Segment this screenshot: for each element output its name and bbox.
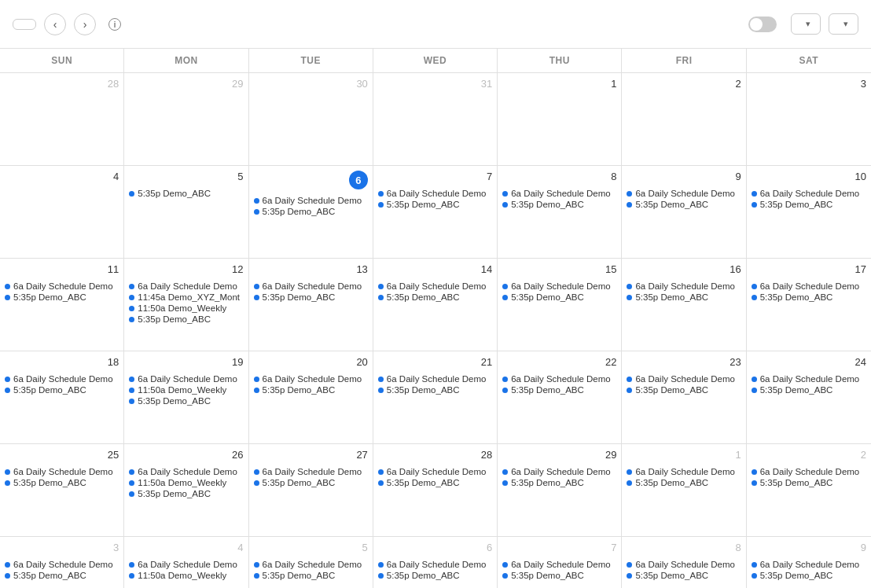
event-dot [378, 388, 384, 393]
event-dot [627, 388, 632, 393]
calendar-event[interactable]: 5:35p Demo_ABC [254, 385, 368, 395]
calendar-event[interactable]: 5:35p Demo_ABC [627, 385, 741, 395]
calendar-event[interactable]: 5:35p Demo_ABC [752, 385, 866, 395]
calendar-event[interactable]: 11:50a Demo_Weekly [129, 571, 243, 580]
event-dot [254, 295, 259, 300]
calendar-event[interactable]: 5:35p Demo_ABC [502, 478, 616, 487]
calendar-event[interactable]: 6a Daily Schedule Demo [502, 374, 616, 384]
calendar-event[interactable]: 6a Daily Schedule Demo [254, 196, 368, 205]
calendar-event[interactable]: 6a Daily Schedule Demo [378, 560, 492, 569]
calendar-event[interactable]: 6a Daily Schedule Demo [5, 281, 119, 291]
calendar-event[interactable]: 6a Daily Schedule Demo [502, 560, 616, 569]
calendar-event[interactable]: 5:35p Demo_ABC [5, 571, 119, 580]
calendar-cell: 106a Daily Schedule Demo5:35p Demo_ABC [747, 166, 871, 259]
calendar-event[interactable]: 5:35p Demo_ABC [752, 200, 866, 209]
calendar-event[interactable]: 6a Daily Schedule Demo [752, 281, 866, 291]
calendar-cell: 86a Daily Schedule Demo5:35p Demo_ABC [498, 166, 622, 259]
calendar-event[interactable]: 6a Daily Schedule Demo [378, 281, 492, 291]
event-dot [129, 306, 134, 311]
calendar-event[interactable]: 6a Daily Schedule Demo [378, 374, 492, 384]
calendar-cell: 296a Daily Schedule Demo5:35p Demo_ABC [498, 444, 622, 537]
calendar-event[interactable]: 5:35p Demo_ABC [627, 200, 741, 209]
calendar-event[interactable]: 6a Daily Schedule Demo [378, 189, 492, 198]
calendar-event[interactable]: 6a Daily Schedule Demo [502, 467, 616, 476]
cell-date: 30 [356, 78, 367, 90]
calendar-event[interactable]: 5:35p Demo_ABC [254, 207, 368, 216]
calendar-event[interactable]: 6a Daily Schedule Demo [627, 281, 741, 291]
calendar-event[interactable]: 5:35p Demo_ABC [627, 571, 741, 580]
calendar-event[interactable]: 6a Daily Schedule Demo [752, 467, 866, 476]
calendar-event[interactable]: 5:35p Demo_ABC [378, 385, 492, 395]
event-dot [752, 191, 757, 197]
calendar-event[interactable]: 6a Daily Schedule Demo [5, 374, 119, 384]
today-button[interactable] [13, 19, 36, 30]
calendar-event[interactable]: 5:35p Demo_ABC [502, 200, 616, 209]
calendar-event[interactable]: 5:35p Demo_ABC [627, 292, 741, 302]
calendar-event[interactable]: 6a Daily Schedule Demo [254, 560, 368, 569]
calendar-event[interactable]: 5:35p Demo_ABC [129, 489, 243, 498]
team-schedule-dropdown[interactable]: ▾ [791, 13, 821, 35]
calendar-event[interactable]: 5:35p Demo_ABC [752, 478, 866, 487]
event-label: 5:35p Demo_ABC [635, 385, 708, 395]
calendar-event[interactable]: 6a Daily Schedule Demo [627, 374, 741, 384]
calendar-event[interactable]: 11:50a Demo_Weekly [129, 478, 243, 487]
calendar-cell: 116a Daily Schedule Demo5:35p Demo_ABC [0, 259, 124, 351]
calendar-event[interactable]: 5:35p Demo_ABC [378, 571, 492, 580]
calendar-event[interactable]: 5:35p Demo_ABC [5, 292, 119, 302]
calendar-event[interactable]: 5:35p Demo_ABC [378, 200, 492, 209]
calendar-event[interactable]: 6a Daily Schedule Demo [5, 467, 119, 476]
calendar-event[interactable]: 6a Daily Schedule Demo [129, 467, 243, 476]
calendar-event[interactable]: 6a Daily Schedule Demo [254, 281, 368, 291]
calendar-event[interactable]: 6a Daily Schedule Demo [752, 560, 866, 569]
calendar-event[interactable]: 5:35p Demo_ABC [129, 189, 243, 198]
calendar-event[interactable]: 6a Daily Schedule Demo [627, 189, 741, 198]
event-label: 6a Daily Schedule Demo [760, 467, 860, 476]
calendar-event[interactable]: 5:35p Demo_ABC [502, 385, 616, 395]
calendar-event[interactable]: 6a Daily Schedule Demo [627, 560, 741, 569]
calendar-event[interactable]: 5:35p Demo_ABC [254, 571, 368, 580]
calendar-event[interactable]: 5:35p Demo_ABC [627, 478, 741, 487]
calendar-event[interactable]: 6a Daily Schedule Demo [752, 374, 866, 384]
calendar-event[interactable]: 11:45a Demo_XYZ_Mont [129, 292, 243, 302]
calendar-event[interactable]: 6a Daily Schedule Demo [129, 281, 243, 291]
next-button[interactable]: › [74, 13, 96, 35]
calendar-event[interactable]: 6a Daily Schedule Demo [378, 467, 492, 476]
event-dot [129, 191, 134, 197]
cell-date: 25 [108, 449, 119, 461]
calendar-event[interactable]: 5:35p Demo_ABC [5, 385, 119, 395]
calendar-event[interactable]: 6a Daily Schedule Demo [129, 374, 243, 384]
calendar-event[interactable]: 6a Daily Schedule Demo [752, 189, 866, 198]
calendar-event[interactable]: 5:35p Demo_ABC [378, 292, 492, 302]
event-dot [5, 573, 10, 579]
event-label: 6a Daily Schedule Demo [387, 281, 487, 291]
calendar-event[interactable]: 5:35p Demo_ABC [502, 292, 616, 302]
calendar-event[interactable]: 11:50a Demo_Weekly [129, 385, 243, 395]
month-dropdown[interactable]: ▾ [829, 13, 858, 35]
calendar-event[interactable]: 5:35p Demo_ABC [254, 292, 368, 302]
calendar-event[interactable]: 6a Daily Schedule Demo [502, 281, 616, 291]
event-label: 6a Daily Schedule Demo [263, 374, 362, 384]
calendar-event[interactable]: 5:35p Demo_ABC [752, 292, 866, 302]
calendar-event[interactable]: 6a Daily Schedule Demo [254, 467, 368, 476]
calendar-event[interactable]: 11:50a Demo_Weekly [129, 303, 243, 313]
calendar-event[interactable]: 6a Daily Schedule Demo [502, 189, 616, 198]
calendar-event[interactable]: 6a Daily Schedule Demo [627, 467, 741, 476]
calendar-event[interactable]: 6a Daily Schedule Demo [129, 560, 243, 569]
calendar-event[interactable]: 5:35p Demo_ABC [752, 571, 866, 580]
event-dot [502, 377, 508, 382]
calendar-event[interactable]: 5:35p Demo_ABC [129, 314, 243, 324]
calendar-event[interactable]: 5:35p Demo_ABC [502, 571, 616, 580]
calendar-cell: 26a Daily Schedule Demo5:35p Demo_ABC [747, 444, 871, 537]
cell-date: 26 [232, 449, 243, 461]
calendar-event[interactable]: 5:35p Demo_ABC [5, 478, 119, 487]
calendar-event[interactable]: 6a Daily Schedule Demo [254, 374, 368, 384]
info-icon[interactable]: i [108, 18, 121, 31]
pause-toggle[interactable] [748, 17, 777, 32]
event-dot [254, 480, 259, 486]
calendar-grid: 28293031123455:35p Demo_ABC66a Daily Sch… [0, 73, 871, 588]
prev-button[interactable]: ‹ [44, 13, 66, 35]
calendar-event[interactable]: 5:35p Demo_ABC [378, 478, 492, 487]
calendar-event[interactable]: 5:35p Demo_ABC [129, 396, 243, 406]
calendar-event[interactable]: 6a Daily Schedule Demo [5, 560, 119, 569]
calendar-event[interactable]: 5:35p Demo_ABC [254, 478, 368, 487]
